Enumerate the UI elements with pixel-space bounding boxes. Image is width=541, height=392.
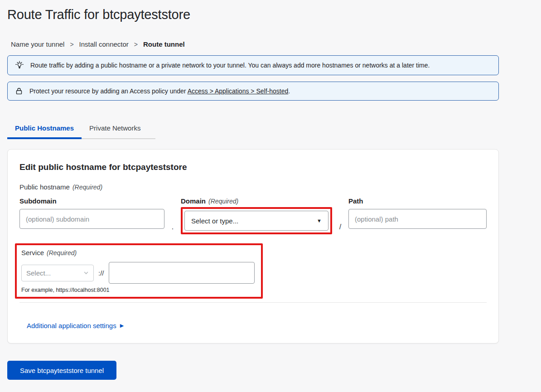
path-input[interactable] — [348, 209, 487, 229]
public-hostname-required-label: (Required) — [72, 184, 102, 191]
domain-select[interactable]: Select or type... ▼ — [184, 211, 328, 231]
service-required-label: (Required) — [47, 249, 77, 256]
annotation-box-domain: Select or type... ▼ — [181, 207, 332, 234]
additional-settings-label: Additional application settings — [27, 322, 116, 329]
service-scheme-separator: :// — [98, 269, 104, 277]
breadcrumb-item-install-connector[interactable]: Install connector — [79, 40, 129, 48]
chevron-down-icon — [83, 270, 89, 276]
chevron-right-icon: ▶ — [120, 323, 124, 329]
service-label: Service — [21, 249, 44, 256]
breadcrumb-item-name-your-tunnel[interactable]: Name your tunnel — [11, 40, 64, 48]
path-field-group: Path — [348, 197, 487, 229]
service-type-value: Select... — [26, 269, 51, 277]
service-type-select[interactable]: Select... — [21, 265, 94, 281]
service-url-input[interactable] — [109, 262, 255, 284]
breadcrumb-separator: > — [70, 41, 73, 48]
page-container: Route Traffic for btcpayteststore Name y… — [0, 0, 541, 380]
access-policy-text-after: . — [288, 87, 290, 95]
lock-icon — [15, 87, 23, 95]
page-title: Route Traffic for btcpayteststore — [7, 7, 534, 22]
tab-private-networks[interactable]: Private Networks — [82, 120, 148, 139]
additional-application-settings-toggle[interactable]: Additional application settings ▶ — [27, 322, 124, 329]
public-hostname-label: Public hostname — [19, 183, 70, 191]
card-divider — [19, 302, 487, 303]
service-controls-row: Select... :// — [21, 262, 255, 284]
route-traffic-info-text: Route traffic by adding a public hostnam… — [30, 62, 430, 69]
chevron-down-icon: ▼ — [317, 218, 322, 223]
domain-required-label: (Required) — [208, 198, 238, 205]
save-tunnel-button[interactable]: Save btcpayteststore tunnel — [7, 361, 116, 380]
tab-public-hostnames[interactable]: Public Hostnames — [7, 120, 82, 139]
domain-label: Domain — [181, 197, 206, 205]
route-traffic-info-banner: Route traffic by adding a public hostnam… — [7, 55, 499, 75]
hostname-network-tabs: Public Hostnames Private Networks — [7, 120, 155, 139]
subdomain-input[interactable] — [19, 209, 164, 229]
domain-label-row: Domain(Required) — [181, 197, 332, 205]
access-policy-text-before: Protect your resource by adding an Acces… — [29, 87, 188, 95]
access-policy-info-text: Protect your resource by adding an Acces… — [29, 87, 290, 95]
hostname-fields-row: Subdomain . Domain(Required) Select or t… — [19, 197, 487, 237]
breadcrumb-separator: > — [134, 41, 138, 48]
access-applications-self-hosted-link[interactable]: Access > Applications > Self-hosted — [188, 87, 289, 95]
access-policy-info-banner: Protect your resource by adding an Acces… — [7, 82, 499, 101]
service-helper-text: For example, https://localhost:8001 — [21, 287, 255, 293]
card-heading: Edit public hostname for btcpayteststore — [19, 162, 487, 172]
path-label: Path — [348, 197, 487, 205]
domain-select-value: Select or type... — [191, 217, 238, 225]
domain-field-group: Domain(Required) Select or type... ▼ — [181, 197, 332, 234]
breadcrumb: Name your tunnel > Install connector > R… — [7, 40, 534, 48]
hostname-dot-separator: . — [164, 217, 181, 237]
subdomain-field-group: Subdomain — [19, 197, 164, 229]
subdomain-label: Subdomain — [19, 197, 164, 205]
public-hostname-section-label: Public hostname(Required) — [19, 183, 487, 191]
breadcrumb-item-route-tunnel: Route tunnel — [143, 40, 185, 48]
edit-public-hostname-card: Edit public hostname for btcpayteststore… — [7, 149, 499, 344]
hostname-slash-separator: / — [332, 217, 348, 237]
annotation-box-service: Service(Required) Select... :// For exam… — [15, 243, 263, 299]
lightbulb-icon — [15, 61, 24, 70]
service-section-label: Service(Required) — [21, 249, 255, 256]
